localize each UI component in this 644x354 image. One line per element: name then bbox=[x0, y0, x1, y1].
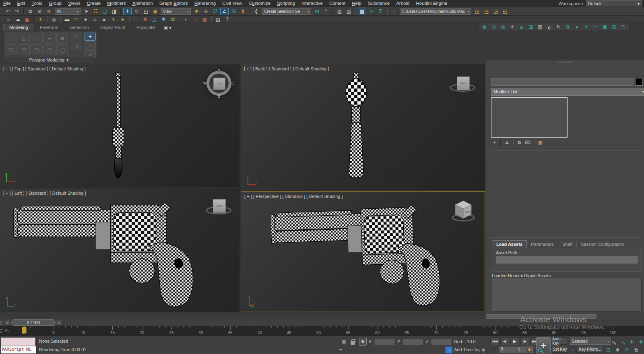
menu-views[interactable]: Views bbox=[65, 0, 83, 7]
menu-file[interactable]: File bbox=[0, 0, 14, 7]
select-and-place-button[interactable]: ◉ bbox=[151, 8, 159, 15]
houdini-tab-session-configuration[interactable]: Session Configuration bbox=[577, 241, 628, 248]
pyramid-net-icon[interactable]: △ bbox=[150, 15, 159, 23]
subdiv-icon-4[interactable]: ◳ bbox=[43, 44, 56, 55]
viewcube-top-face[interactable]: TOP bbox=[213, 78, 225, 90]
subdiv-icon-2[interactable]: ◱ bbox=[18, 44, 30, 55]
teapot-outline-icon[interactable]: ◠ bbox=[619, 23, 627, 31]
key-mode-toggle-icon[interactable]: ✱ bbox=[526, 346, 533, 353]
key-mode-dropdown[interactable]: Selected▾ bbox=[570, 338, 611, 345]
menu-arnold[interactable]: Arnold bbox=[393, 0, 413, 7]
panel-drag-handle[interactable] bbox=[557, 62, 573, 63]
viewport-perspective[interactable]: [ + ] [ Perspective ] [ Standard ] [ Def… bbox=[241, 191, 485, 311]
pan-icon[interactable]: ✥ bbox=[613, 346, 622, 354]
time-tag-clock-icon[interactable]: ◔ bbox=[445, 346, 452, 354]
sphere-khaki-icon[interactable]: ● bbox=[118, 15, 127, 23]
material-slab-icon[interactable]: ▬ bbox=[63, 15, 71, 23]
viewport-label[interactable]: [ + ] [ Top ] [ Standard ] [ Default Sha… bbox=[3, 66, 86, 71]
object-name-field[interactable] bbox=[491, 78, 634, 86]
bell-icon[interactable]: ◭ bbox=[545, 23, 553, 31]
menu-animation[interactable]: Animation bbox=[129, 0, 156, 7]
mini-curve-editor-icon[interactable]: i∿ bbox=[5, 328, 10, 333]
ribbon-tab-selection[interactable]: Selection bbox=[64, 24, 94, 31]
workspaces-dropdown[interactable]: Default▾ bbox=[586, 0, 642, 6]
box-arrow-icon-3[interactable]: ◲ bbox=[491, 8, 500, 15]
border-mode-icon[interactable]: ◠ bbox=[31, 33, 43, 43]
pin-slider-icon[interactable]: ⊣ bbox=[85, 41, 96, 49]
redo-button[interactable]: ↷ bbox=[13, 8, 21, 15]
track-scroll-icon[interactable]: ◂▸ bbox=[339, 347, 343, 351]
lamp-icon[interactable]: ✦ bbox=[582, 23, 590, 31]
monitor-icon[interactable]: ▭ bbox=[591, 23, 600, 31]
layers-icon[interactable]: ⧉ bbox=[564, 23, 572, 31]
z-coordinate-field[interactable] bbox=[431, 339, 452, 345]
use-pivot-point-center-button[interactable]: ❖ bbox=[192, 8, 201, 15]
auto-key-button[interactable]: Auto Key bbox=[552, 338, 568, 345]
menu-interactive[interactable]: Interactive bbox=[298, 0, 326, 7]
material-editor-button[interactable]: ◌ bbox=[390, 8, 398, 15]
select-by-name-button[interactable]: ☷ bbox=[91, 8, 100, 15]
vertex-mode-icon[interactable]: ∴ bbox=[5, 33, 17, 43]
add-time-tag[interactable]: Add Time Tag bbox=[454, 347, 481, 352]
window-crossing-toggle[interactable]: ◨ bbox=[110, 8, 118, 15]
modifier-stack[interactable] bbox=[491, 97, 568, 138]
maxscript-mini-listener-input[interactable]: MAXScript Mi bbox=[1, 346, 36, 354]
box-arrow-icon-2[interactable]: ◳ bbox=[482, 8, 491, 15]
toolbar-grip[interactable] bbox=[0, 328, 2, 333]
clipboard-icon[interactable]: ▤ bbox=[214, 15, 222, 23]
spinner-arrows-icon[interactable]: ▴▾ bbox=[518, 346, 520, 352]
toggle-scene-explorer-button[interactable]: ▤ bbox=[335, 8, 344, 15]
set-key-button[interactable]: Set Key bbox=[552, 346, 568, 353]
menu-civil-view[interactable]: Civil View bbox=[219, 0, 246, 7]
red-box-icon[interactable]: ▩ bbox=[200, 15, 209, 23]
color-dots-icon[interactable]: ∷ bbox=[191, 15, 200, 23]
bind-to-space-warp-button[interactable]: ≋ bbox=[45, 8, 53, 15]
asset-path-input[interactable] bbox=[496, 256, 638, 263]
mirror-button[interactable]: ⋈ bbox=[313, 8, 321, 15]
edit-named-selection-sets-button[interactable]: ❴ bbox=[252, 8, 260, 15]
listener-splitter[interactable] bbox=[36, 336, 37, 354]
key-filter-icon[interactable]: ⌁ bbox=[569, 346, 577, 354]
viewport-label[interactable]: [ + ] [ Back ] [ Standard ] [ Default Sh… bbox=[244, 66, 329, 71]
monitor-play-icon[interactable]: ▣ bbox=[601, 23, 609, 31]
select-and-link-button[interactable]: ⧉ bbox=[26, 8, 35, 15]
menu-rendering[interactable]: Rendering bbox=[191, 0, 219, 7]
polygon-mode-icon[interactable]: ▰ bbox=[43, 33, 56, 43]
render-frame-window-icon[interactable]: ▣ bbox=[23, 15, 31, 23]
mask-icon[interactable]: ◗ bbox=[573, 23, 581, 31]
rain-icon[interactable]: ∴ bbox=[132, 15, 140, 23]
object-color-swatch[interactable] bbox=[635, 78, 643, 86]
collapse-up-icon[interactable]: ⇱ bbox=[71, 33, 82, 41]
edge-mode-icon[interactable]: ◺ bbox=[18, 33, 30, 43]
absolute-mode-toggle[interactable]: ❖ bbox=[359, 338, 367, 346]
render-teapot-icon[interactable]: ♨ bbox=[4, 15, 13, 23]
menu-houdini-engine[interactable]: Houdini Engine bbox=[413, 0, 450, 7]
isolate-selection-icon[interactable]: ▣ bbox=[340, 338, 348, 346]
go-to-start-button[interactable]: |◀◀ bbox=[490, 338, 499, 345]
sphere-icon[interactable]: ● bbox=[81, 15, 90, 23]
menu-edit[interactable]: Edit bbox=[14, 0, 29, 7]
next-frame-button[interactable]: |▶ bbox=[520, 338, 529, 345]
maxscript-mini-listener-output[interactable] bbox=[1, 338, 35, 346]
element-mode-icon[interactable]: ◼ bbox=[56, 33, 68, 43]
time-slider-marker[interactable] bbox=[22, 327, 27, 333]
selection-lock-icon[interactable] bbox=[351, 341, 355, 345]
remove-modifier-icon[interactable]: ⌦ bbox=[524, 139, 532, 146]
ribbon-tab-object-paint[interactable]: Object Paint bbox=[95, 24, 131, 31]
camera-add-icon[interactable]: ◎ bbox=[489, 23, 498, 31]
select-and-uniform-scale-button[interactable]: ◱ bbox=[142, 8, 150, 15]
previous-frame-button[interactable]: ◀| bbox=[500, 338, 509, 345]
sun-icon[interactable]: ☀ bbox=[109, 15, 118, 23]
circle-refresh-icon[interactable]: ↻ bbox=[554, 23, 563, 31]
modifier-list-dropdown[interactable]: Modifier List ▾ bbox=[491, 88, 644, 96]
bulb-toggle-icon[interactable]: ✦ bbox=[85, 33, 96, 41]
ribbon-tab-populate[interactable]: Populate bbox=[131, 24, 160, 31]
box-arrow-icon-4[interactable]: ◰ bbox=[501, 8, 509, 15]
cloud-state-icon[interactable]: ☁ bbox=[14, 15, 22, 23]
select-object-button[interactable]: ➤ bbox=[82, 8, 91, 15]
loaded-assets-list[interactable] bbox=[492, 278, 642, 312]
houdini-tab-parameters[interactable]: Parameters bbox=[527, 241, 558, 248]
snaps-toggle-button[interactable]: 3² bbox=[211, 8, 219, 15]
target-icon[interactable]: ⊞ bbox=[610, 23, 618, 31]
rollout-separator[interactable] bbox=[489, 150, 640, 151]
